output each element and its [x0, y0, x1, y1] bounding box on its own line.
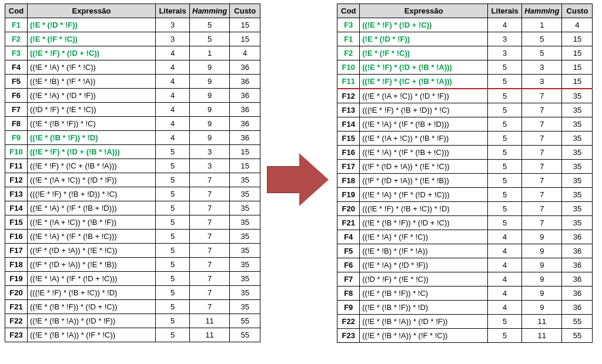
cell-expr: ((!E * (!B * !F)) * !D)	[360, 301, 488, 315]
cell-cst: 36	[562, 287, 593, 301]
cell-lit: 5	[156, 159, 190, 173]
cell-cod: F16	[337, 146, 360, 160]
cell-cod: F21	[337, 216, 360, 230]
table-row: F10((!E * !F) * (!D + (!B * !A)))5315	[337, 60, 593, 75]
col-cst: Custo	[230, 4, 260, 18]
cell-ham: 7	[190, 187, 230, 201]
table-row: F5((!E * !B) * (!F * !A))4936	[5, 75, 260, 89]
cell-expr: ((!E * !A) * (!F * !C))	[360, 230, 488, 244]
cell-expr: ((!E * (!B * !A)) * (!D * !F))	[360, 315, 488, 329]
cell-cst: 36	[230, 131, 260, 145]
table-row: F19((!E * !A) * (!F * (!D + !C)))5735	[5, 272, 260, 286]
cell-expr: ((!D * !F) * (!E * !C))	[28, 103, 156, 117]
cell-ham: 3	[522, 75, 562, 89]
cell-expr: (((!E * !F) * (!B + !C)) * !D)	[360, 202, 488, 216]
cell-expr: ((!E * (!B * !A)) * (!F * !C))	[28, 328, 156, 342]
cell-expr: (!E * (!D * !F))	[360, 32, 488, 46]
cell-expr: ((!E * !A) * (!F * (!B + !D)))	[28, 201, 156, 215]
table-row: F9((!E * (!B * !F)) * !D)4936	[5, 131, 260, 145]
cell-lit: 5	[488, 160, 522, 174]
table-row: F17((!F * (!D + !A)) * (!E * !C))5735	[337, 160, 593, 174]
table-row: F11((!E * !F) * (!C + (!B * !A)))5315	[337, 75, 593, 89]
cell-cod: F9	[337, 301, 360, 315]
cell-cod: F5	[337, 244, 360, 258]
table-row: F20(((!E * !F) * (!B + !C)) * !D)5735	[337, 202, 593, 216]
table-row: F9((!E * (!B * !F)) * !D)4936	[337, 301, 593, 315]
cell-expr: ((!D * !F) * (!E * !C))	[360, 272, 488, 287]
cell-lit: 4	[488, 301, 522, 315]
cell-cst: 15	[230, 32, 260, 46]
cell-cod: F7	[5, 103, 28, 117]
cell-expr: ((!E * (!A + !C)) * (!B * !F))	[28, 215, 156, 230]
cell-cst: 35	[230, 300, 260, 314]
cell-cod: F14	[337, 117, 360, 132]
table-row: F10((!E * !F) * (!D + (!B * !A)))5315	[5, 145, 260, 159]
cell-cod: F12	[337, 89, 360, 103]
cell-lit: 4	[156, 60, 190, 75]
cell-ham: 9	[190, 131, 230, 145]
cell-cod: F3	[5, 46, 28, 60]
table-row: F4((!E * !A) * (!F * !C))4936	[337, 230, 593, 244]
cell-cst: 55	[562, 315, 593, 329]
cell-cst: 15	[230, 145, 260, 159]
cell-expr: ((!E * (!A + !C)) * (!B * !F))	[360, 132, 488, 146]
table-row: F23((!E * (!B * !A)) * (!F * !C))51155	[337, 329, 593, 343]
table-row: F12((!E * (!A + !C)) * (!D * !F))5735	[5, 173, 260, 187]
cell-cod: F17	[337, 160, 360, 174]
left-table-container: Cod Expressão Literais Hamming Custo F1(…	[5, 4, 260, 342]
cell-cod: F11	[337, 75, 360, 89]
cell-lit: 5	[156, 187, 190, 201]
table-row: F2(!E * (!F * !C))3515	[337, 46, 593, 60]
cell-cod: F19	[337, 188, 360, 202]
cell-lit: 4	[488, 244, 522, 258]
cell-ham: 9	[190, 103, 230, 117]
table-row: F13(((!E * !F) * (!B + !D)) * !C)5735	[5, 187, 260, 201]
arrow-zone	[260, 4, 337, 356]
cell-ham: 7	[190, 286, 230, 300]
cell-expr: ((!E * !A) * (!F * (!B + !C)))	[28, 230, 156, 244]
cell-cod: F2	[337, 46, 360, 60]
cell-lit: 5	[156, 244, 190, 258]
cell-lit: 5	[156, 286, 190, 300]
col-ham: Hamming	[190, 4, 230, 18]
cell-cst: 35	[562, 103, 593, 117]
cell-expr: ((!E * (!A + !C)) * (!D * !F))	[28, 173, 156, 187]
cell-cod: F13	[337, 103, 360, 117]
cell-cst: 36	[562, 230, 593, 244]
cell-ham: 7	[190, 201, 230, 215]
table-row: F12((!E * (!A + !C)) * (!D * !F))5735	[337, 89, 593, 103]
table-row: F4((!E * !A) * (!F * !C))4936	[5, 60, 260, 75]
table-row: F13(((!E * !F) * (!B + !D)) * !C)5735	[337, 103, 593, 117]
cell-ham: 7	[522, 160, 562, 174]
table-row: F3((!E * !F) * (!D + !C))414	[5, 46, 260, 60]
table-row: F17((!F * (!D + !A)) * (!E * !C))5735	[5, 244, 260, 258]
cell-expr: ((!F * (!D + !A)) * (!E * !B))	[28, 258, 156, 272]
cell-expr: ((!E * !F) * (!D + (!B * !A)))	[28, 145, 156, 159]
cell-cod: F22	[337, 315, 360, 329]
cell-expr: (!E * (!F * !C))	[28, 32, 156, 46]
cell-lit: 5	[156, 173, 190, 187]
cell-lit: 3	[156, 18, 190, 32]
cell-cst: 35	[230, 173, 260, 187]
table-row: F16((!E * !A) * (!F * (!B + !C)))5735	[5, 230, 260, 244]
cell-lit: 5	[488, 329, 522, 343]
cell-lit: 5	[156, 230, 190, 244]
cell-ham: 7	[190, 173, 230, 187]
cell-ham: 9	[522, 287, 562, 301]
cell-expr: ((!E * !A) * (!F * (!D + !C)))	[360, 188, 488, 202]
cell-cod: F8	[5, 117, 28, 131]
cell-expr: ((!F * (!D + !A)) * (!E * !C))	[360, 160, 488, 174]
cell-cst: 15	[230, 18, 260, 32]
col-expr: Expressão	[28, 4, 156, 18]
table-row: F1(!E * (!D * !F))3515	[337, 32, 593, 46]
cell-ham: 9	[522, 272, 562, 287]
cell-ham: 3	[190, 145, 230, 159]
cell-ham: 7	[522, 188, 562, 202]
table-row: F15((!E * (!A + !C)) * (!B * !F))5735	[5, 215, 260, 230]
cell-lit: 4	[488, 258, 522, 272]
cell-ham: 7	[190, 215, 230, 230]
cell-lit: 5	[488, 103, 522, 117]
cell-ham: 1	[190, 46, 230, 60]
cell-cst: 36	[230, 75, 260, 89]
two-column-layout: Cod Expressão Literais Hamming Custo F1(…	[5, 4, 597, 356]
